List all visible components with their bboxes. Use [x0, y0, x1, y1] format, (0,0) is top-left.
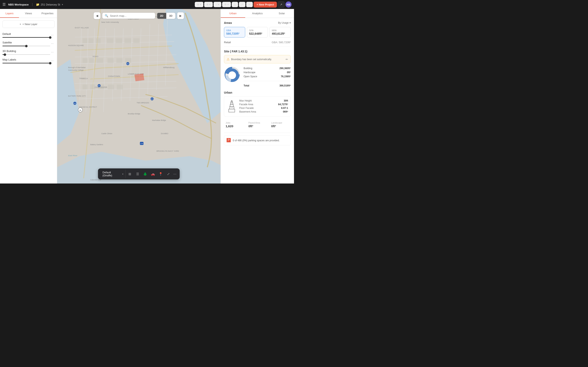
map-svg: EAST VILLAGE New York University Grace C…	[57, 9, 221, 184]
layers-bottom-icon[interactable]: ⊞	[126, 170, 133, 177]
tab-solar[interactable]: Solar	[269, 9, 294, 18]
tab-analytics[interactable]: Analytics	[245, 9, 270, 18]
expand-icon: ⤢	[241, 3, 243, 6]
areas-grid: GBA 580,720ft² GFA 522,648ft² NRA 493,61…	[224, 27, 291, 38]
avatar[interactable]: NB	[285, 1, 292, 8]
layer-default-thumb[interactable]	[49, 36, 52, 39]
jobs-value: 1,620	[226, 124, 243, 128]
svg-text:Manhattan Bridge: Manhattan Bridge	[152, 119, 166, 121]
layers-tool-btn[interactable]: ⊞ ▾	[195, 2, 203, 7]
layer-satellite-thumb[interactable]	[25, 45, 27, 47]
layer-default-content: Default	[2, 33, 50, 38]
layer-item-3d: 3D Building ···	[2, 48, 54, 57]
svg-rect-15	[116, 58, 122, 63]
layers-tool-label: ▾	[200, 3, 201, 6]
project-selector[interactable]: 📁 251 Delancey St ▼	[36, 3, 63, 6]
right-panel: Urban Analytics Solar Areas By Usage ▾ G…	[221, 9, 294, 184]
layer-3d-menu[interactable]: ···	[50, 50, 54, 54]
layer-3d-name: 3D Building	[2, 50, 50, 53]
layer-3d-thumb[interactable]	[4, 53, 6, 56]
area-card-gba[interactable]: GBA 580,720ft²	[224, 27, 245, 38]
settings-tool-arrow: ▾	[227, 3, 229, 6]
data-icon: ⊕	[207, 3, 208, 6]
facade-area-row: Facade Area 64,727ft²	[239, 103, 288, 106]
svg-text:MTA: MTA	[127, 63, 129, 64]
svg-text:TRIBECA: TRIBECA	[79, 77, 88, 80]
svg-text:SOHO: SOHO	[93, 55, 98, 58]
areas-control[interactable]: By Usage ▾	[278, 21, 291, 24]
map-back-button[interactable]: ◀	[94, 12, 100, 19]
nra-label: NRA	[272, 29, 288, 32]
pin-bottom-icon[interactable]: 📍	[157, 170, 164, 177]
view-2d-button[interactable]: 2D	[157, 13, 166, 19]
svg-text:TWO BRIDGES: TWO BRIDGES	[137, 102, 149, 104]
share-icon: ↗	[280, 3, 282, 6]
data-tool-btn[interactable]: ⊕ ▾	[204, 2, 213, 7]
svg-rect-4	[82, 38, 87, 43]
cursor-tool-btn[interactable]: ✂	[246, 2, 253, 7]
facade-area-value: 64,727ft²	[278, 103, 288, 106]
area-card-gfa[interactable]: GFA 522,648ft²	[247, 27, 268, 38]
boundary-warning-text: Boundary has been set automatically.	[231, 58, 284, 61]
triangle-tool-btn[interactable]: △	[232, 2, 238, 7]
basement-area-label: Basement Area	[239, 110, 256, 113]
top-navigation: ☰ NBS Workspace | 📁 251 Delancey St ▼ ⊞ …	[0, 0, 294, 9]
new-layer-button[interactable]: + + New Layer	[2, 20, 54, 28]
edit-boundary-icon[interactable]: ✏	[286, 58, 288, 61]
tab-layers[interactable]: Layers	[0, 9, 19, 18]
map-forward-button[interactable]: ▶	[177, 12, 184, 19]
area-card-nra[interactable]: NRA 493,612ft²	[269, 27, 291, 38]
tab-views[interactable]: Views	[19, 9, 38, 18]
tab-urban[interactable]: Urban	[221, 9, 245, 18]
project-name: 251 Delancey St	[41, 3, 60, 6]
urban-stats: Max Height 30ft Facade Area 64,727ft² Fl…	[239, 99, 288, 114]
svg-text:BATTERY PARK CITY: BATTERY PARK CITY	[68, 95, 86, 97]
svg-rect-71	[231, 100, 232, 101]
retail-row: Retail GBA: 580,720ft²	[224, 41, 291, 47]
hamburger-menu[interactable]: ☰	[2, 2, 6, 7]
metrics-row: Jobs 1,620 Paved Area 0ft² Landscape 0ft…	[224, 120, 291, 129]
svg-text:MTA: MTA	[73, 103, 76, 104]
tab-properties[interactable]: Properties	[38, 9, 57, 18]
map-search-input[interactable]	[110, 14, 153, 17]
more-options-icon[interactable]: ···	[173, 172, 177, 176]
view-3d-button[interactable]: 3D	[166, 13, 175, 19]
svg-rect-11	[82, 58, 87, 63]
svg-text:Battery Gardens: Battery Gardens	[90, 143, 103, 146]
map-area: EAST VILLAGE New York University Grace C…	[57, 9, 221, 184]
layer-default-track	[2, 37, 50, 38]
svg-rect-68	[230, 105, 233, 107]
floor-facade-row: Floor Facade 8.97:1	[239, 106, 288, 110]
car-bottom-icon[interactable]: 🚗	[149, 170, 156, 177]
open-space-value: 76,156ft²	[281, 75, 291, 78]
boundary-warning: ⚠ Boundary has been set automatically. ✏	[224, 55, 291, 63]
layer-default-fill	[2, 37, 50, 38]
right-tabs: Urban Analytics Solar	[221, 9, 294, 18]
svg-text:DUMBO: DUMBO	[161, 132, 168, 134]
settings-tool-btn[interactable]: ⚙ ▾	[222, 2, 231, 7]
left-tabs: Layers Views Properties	[0, 9, 57, 18]
retail-value: GBA: 580,720ft²	[272, 41, 291, 44]
new-project-button[interactable]: + New Project	[254, 2, 277, 8]
layer-labels-track	[2, 63, 50, 63]
chevron-down-icon: ▾	[290, 21, 291, 24]
map-search-bar[interactable]: 🔍	[102, 13, 155, 19]
share-button[interactable]: ↗	[278, 1, 285, 8]
map-background[interactable]: EAST VILLAGE New York University Grace C…	[57, 9, 221, 184]
expand-bottom-icon[interactable]: ⤢	[165, 170, 172, 177]
tree-bottom-icon[interactable]: 🌲	[142, 170, 149, 177]
layer-labels-thumb[interactable]	[49, 62, 52, 64]
landscape-card: Landscape 0ft²	[269, 120, 291, 129]
layer-satellite-menu[interactable]: ···	[50, 42, 54, 45]
layer-3d-content: 3D Building	[2, 50, 50, 55]
export-tool-arrow: ▾	[218, 3, 219, 6]
map-preset-selector[interactable]: Default (Giraffe) ▾	[100, 170, 126, 178]
export-icon: ↑	[216, 3, 217, 6]
list-bottom-icon[interactable]: ☰	[134, 170, 141, 177]
layer-satellite-track	[2, 46, 50, 46]
gba-value: 580,720ft²	[226, 32, 243, 35]
svg-rect-8	[116, 38, 122, 43]
right-content: Areas By Usage ▾ GBA 580,720ft² GFA 522,…	[221, 18, 294, 184]
expand-tool-btn[interactable]: ⤢	[239, 2, 245, 7]
export-tool-btn[interactable]: ↑ ▾	[214, 2, 221, 7]
